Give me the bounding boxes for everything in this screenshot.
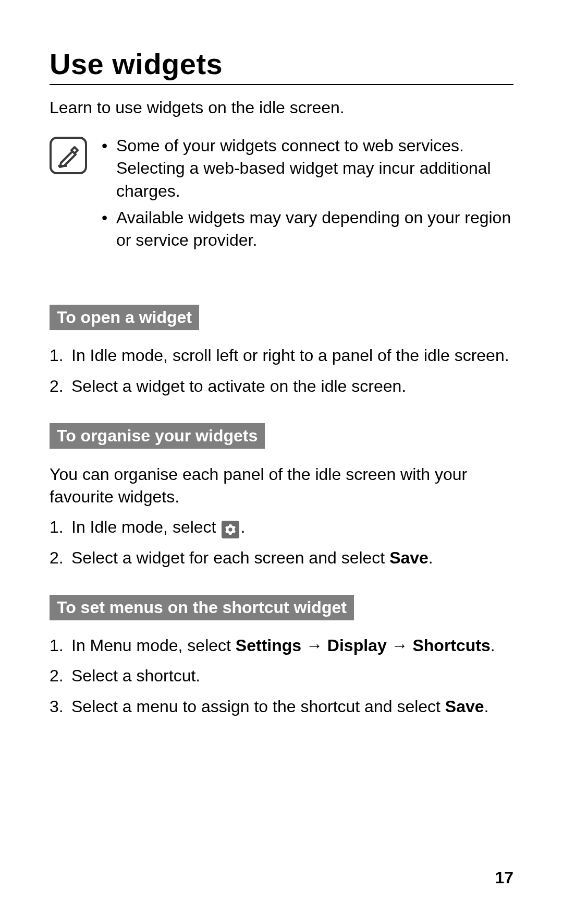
steps-list: In Idle mode, select . Select a widget f… [50, 515, 513, 570]
step-text: . [240, 518, 245, 536]
step-item: In Idle mode, scroll left or right to a … [50, 344, 513, 367]
step-text: . [429, 548, 433, 567]
manual-page: Use widgets Learn to use widgets on the … [0, 0, 563, 924]
bold-label: Save [445, 697, 484, 716]
step-text: . [484, 697, 489, 716]
section-label: To open a widget [50, 305, 199, 330]
step-text: . [491, 636, 495, 655]
section-intro: You can organise each panel of the idle … [50, 463, 513, 508]
intro-text: Learn to use widgets on the idle screen. [50, 97, 513, 119]
section-open-widget: To open a widget In Idle mode, scroll le… [50, 287, 513, 398]
step-item: Select a menu to assign to the shortcut … [50, 695, 513, 718]
step-text: In Menu mode, select [71, 636, 236, 655]
bold-label: Shortcuts [412, 636, 490, 655]
step-item: Select a widget for each screen and sele… [50, 546, 513, 570]
arrow-icon: → [301, 636, 327, 655]
steps-list: In Menu mode, select Settings → Display … [50, 634, 513, 718]
note-block: Some of your widgets connect to web serv… [50, 135, 513, 256]
step-item: In Menu mode, select Settings → Display … [50, 634, 513, 657]
step-item: Select a shortcut. [50, 664, 513, 688]
note-list: Some of your widgets connect to web serv… [102, 135, 513, 256]
bold-label: Save [389, 548, 429, 567]
step-text: Select a widget for each screen and sele… [71, 548, 389, 567]
step-text: Select a menu to assign to the shortcut … [71, 697, 445, 716]
note-item: Some of your widgets connect to web serv… [102, 135, 513, 202]
page-number: 17 [495, 868, 513, 887]
note-pencil-icon [50, 137, 87, 174]
steps-list: In Idle mode, scroll left or right to a … [50, 344, 513, 398]
note-item: Available widgets may vary depending on … [102, 207, 513, 251]
step-item: In Idle mode, select . [50, 515, 513, 539]
step-item: Select a widget to activate on the idle … [50, 375, 513, 398]
bold-label: Settings [236, 636, 301, 655]
arrow-icon: → [387, 636, 413, 655]
page-title: Use widgets [50, 47, 513, 85]
bold-label: Display [327, 636, 387, 655]
step-text: In Idle mode, select [71, 518, 221, 536]
section-label: To set menus on the shortcut widget [50, 595, 354, 620]
gear-icon [222, 521, 239, 538]
section-shortcut-widget: To set menus on the shortcut widget In M… [50, 577, 513, 718]
section-label: To organise your widgets [50, 423, 265, 449]
note-icon-wrap [50, 137, 87, 174]
section-organise-widgets: To organise your widgets You can organis… [50, 405, 513, 570]
